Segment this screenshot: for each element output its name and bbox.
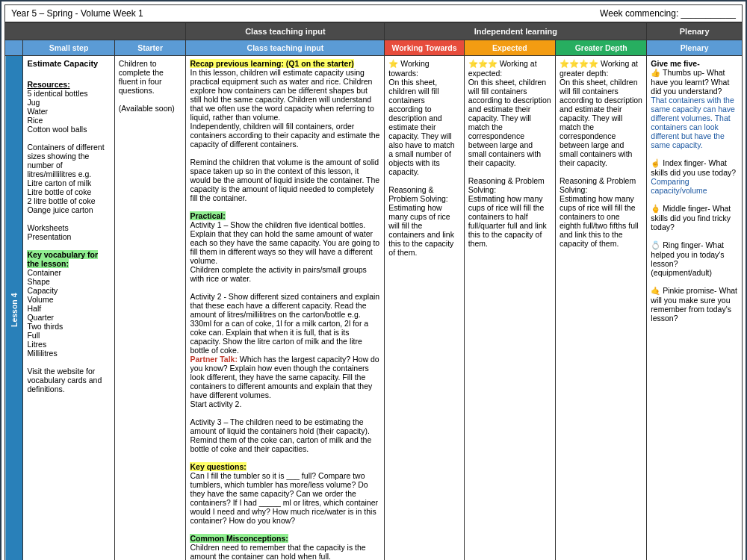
recap-label: Recap previous learning: (Q1 on the star… [190,59,353,68]
activity1-text: Activity 1 – Show the children five iden… [190,220,379,265]
col-header-plenary: Plenary [647,23,743,40]
lesson-row: Lesson 4 Estimate Capacity Resources: 5 … [5,56,743,561]
col-header-class: Class teaching input [186,23,385,40]
col-header-empty [5,23,186,40]
greater-depth-cell: ⭐⭐⭐⭐ Working at greater depth: On this s… [556,56,647,561]
plenary-pinkie-label: Pinkie promise- What will you make sure … [651,286,737,323]
vocab-full: Full [27,331,40,340]
remind-text: Remind the children that volume is the a… [190,158,379,202]
vocab-quarter: Quarter [27,313,54,322]
header-row-1: Class teaching input Independent learnin… [5,23,743,40]
partner-talk-label: Partner Talk: [190,355,237,364]
plenary-pinkie-icon: 🤙 [651,286,660,295]
practical-label: Practical: [190,211,225,220]
col-sub-expected: Expected [464,40,555,56]
expected-reasoning-label: Reasoning & Problem Solving: [468,176,545,194]
lesson-label: Lesson 4 [5,56,23,561]
week-commencing: Week commencing: ___________ [600,8,736,19]
plenary-middle-label: Middle finger- What skills did you find … [651,204,731,231]
col-sub-lesson [5,40,23,56]
expected-reasoning: Estimating how many cups of rice will fi… [468,194,547,248]
col-sub-small-step: Small step [23,40,114,56]
misconceptions-text: Children need to remember that the capac… [190,543,365,560]
plenary-title: Give me five- [651,59,699,68]
resource-rice: Rice [27,116,43,125]
vocab-volume: Volume [27,295,53,304]
working-reasoning: Estimating how many cups of rice will fi… [388,203,454,257]
plenary-thumbs-label: Thumbs up- What have you learnt? What di… [651,68,729,96]
greater-reasoning-label: Reasoning & Problem Solving: [560,176,636,194]
greater-desc: On this sheet, children will fill contai… [560,78,642,167]
website-note: Visit the website for vocabulary cards a… [27,367,102,393]
activity3-text: Activity 3 – The children need to be est… [190,417,371,453]
plenary-index-label: Index finger- What skills did you use to… [651,158,736,177]
plenary-thumbs-icon: 👍 [651,68,660,77]
resource-presentation: Presentation [27,232,71,241]
key-questions-text: Can I fill the tumbler so it is ___ full… [190,471,378,525]
vocab-half: Half [27,304,41,313]
expected-desc: On this sheet, children will fill contai… [468,78,551,167]
starter-text: Children to complete the fluent in four … [119,59,164,95]
resource-jug: Jug [27,98,40,107]
resources-label: Resources: [27,80,69,89]
plenary-ring-label: Ring finger- What helped you in today's … [651,240,724,277]
resource-worksheets: Worksheets [27,223,68,232]
resource-juice: Oange juice carton [27,205,93,214]
small-step-title: Estimate Capacity [27,59,110,68]
vocab-capacity: Capacity [27,286,58,295]
resource-coke1: Litre bottle of coke [27,187,91,196]
col-sub-starter: Starter [114,40,186,56]
col-sub-greater: Greater Depth [556,40,647,56]
activity1-children: Children complete the activity in pairs/… [190,265,366,283]
vocab-label: Key vocabulary for the lesson: [27,250,98,268]
working-stars: ⭐ [388,59,398,68]
starter-cell: Children to complete the fluent in four … [114,56,186,561]
resource-bottles: 5 identical bottles [27,89,87,98]
col-sub-plenary: Plenary [647,40,743,56]
start-activity2: Start activity 2. [190,399,241,408]
resource-containers-desc: Containers of different sizes showing th… [27,143,104,178]
vocab-two-thirds: Two thirds [27,322,63,331]
vocab-litres: Litres [27,340,46,349]
col-sub-class-input: Class teaching input [186,40,385,56]
starter-available: (Available soon) [119,104,175,113]
class-intro: In this lesson, children will estimate c… [190,68,374,122]
working-desc: On this sheet, children will fill contai… [388,78,454,176]
vocab-shape: Shape [27,277,49,286]
resource-milk: Litre carton of milk [27,178,91,187]
small-step-cell: Estimate Capacity Resources: 5 identical… [23,56,114,561]
activity2-text: Activity 2 - Show different sized contai… [190,292,379,355]
main-table: Class teaching input Independent learnin… [4,22,743,560]
header-title: Year 5 – Spring - Volume Week 1 [11,8,143,19]
plenary-thumbs-answer: That containers with the same capacity c… [651,96,735,149]
plenary-cell: Give me five- 👍 Thumbs up- What have you… [647,56,743,561]
class-input-cell: Recap previous learning: (Q1 on the star… [186,56,385,561]
plenary-middle-icon: 🖕 [651,204,660,213]
expected-cell: ⭐⭐⭐ Working at expected: On this sheet, … [464,56,555,561]
plenary-index-answer: Comparing capacity/volume [651,177,707,195]
key-questions-label: Key questions: [190,462,246,471]
col-header-independent: Independent learning [385,23,647,40]
greater-reasoning: Estimating how many cups of rice will fi… [560,194,639,248]
plenary-ring-icon: 💍 [651,240,660,249]
working-towards-cell: ⭐ Working towards: On this sheet, childr… [385,56,464,561]
plenary-index-icon: ☝ [651,158,660,167]
class-intro2: Independently, children will fill contai… [190,122,379,149]
resource-cotton: Cotton wool balls [27,125,87,134]
resource-water: Water [27,107,48,116]
col-sub-working: Working Towards [385,40,464,56]
header-row-2: Small step Starter Class teaching input … [5,40,743,56]
greater-stars: ⭐⭐⭐⭐ [560,59,598,68]
top-header: Year 5 – Spring - Volume Week 1 Week com… [4,4,743,22]
misconceptions-label: Common Misconceptions: [190,534,288,543]
expected-stars: ⭐⭐⭐ [468,59,498,68]
resource-coke2: 2 litre bottle of coke [27,196,95,205]
working-reasoning-label: Reasoning & Problem Solving: [388,185,447,203]
vocab-millilitres: Millilitres [27,349,57,358]
vocab-container: Container [27,268,61,277]
